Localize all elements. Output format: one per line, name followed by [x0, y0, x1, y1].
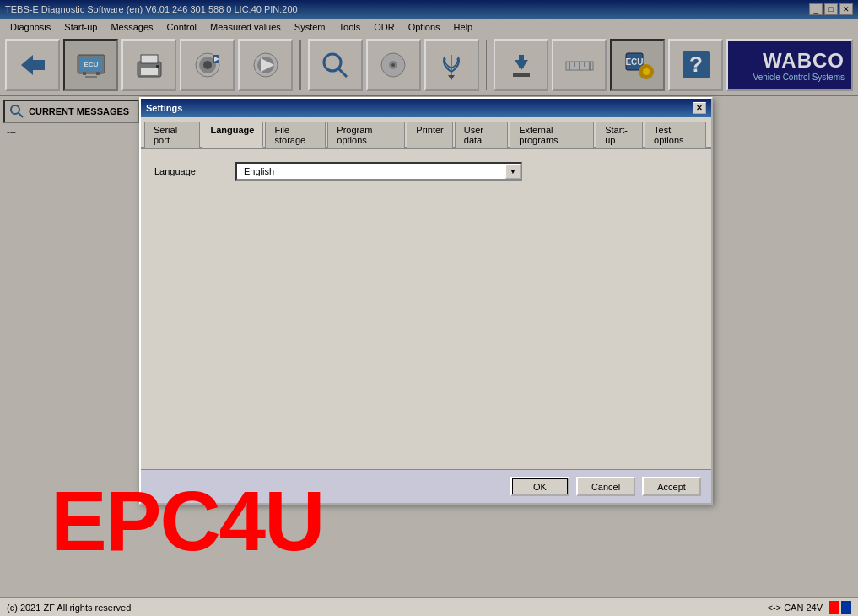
flag-red: [829, 601, 839, 614]
settings-dialog: Settings ✕ Serial port Language File sto…: [139, 97, 713, 505]
tab-printer[interactable]: Printer: [407, 122, 452, 148]
language-field-label: Language: [154, 166, 222, 176]
language-select[interactable]: English German French Spanish Italian Du…: [235, 162, 522, 181]
tab-test-options[interactable]: Test options: [645, 122, 706, 148]
tab-external-programs[interactable]: External programs: [510, 122, 594, 148]
dialog-title: Settings: [146, 103, 182, 113]
language-row: Language English German French Spanish I…: [154, 162, 698, 181]
tab-user-data[interactable]: User data: [455, 122, 508, 148]
status-bar: (c) 2021 ZF All rights reserved <-> CAN …: [0, 597, 858, 616]
dialog-content: Language English German French Spanish I…: [141, 149, 711, 469]
dialog-title-bar: Settings ✕: [141, 99, 711, 117]
language-select-wrapper[interactable]: English German French Spanish Italian Du…: [235, 162, 522, 181]
dialog-close-button[interactable]: ✕: [693, 102, 706, 114]
flag-blue: [841, 601, 851, 614]
tab-program-options[interactable]: Program options: [327, 122, 405, 148]
dialog-footer: OK Cancel Accept: [141, 469, 711, 503]
tabs-container: Serial port Language File storage Progra…: [141, 117, 711, 149]
accept-button[interactable]: Accept: [642, 477, 701, 496]
status-can: <-> CAN 24V: [768, 602, 823, 613]
cancel-button[interactable]: Cancel: [576, 477, 635, 496]
modal-overlay: Settings ✕ Serial port Language File sto…: [0, 0, 858, 616]
ok-button[interactable]: OK: [510, 477, 569, 496]
tab-file-storage[interactable]: File storage: [265, 122, 326, 148]
tab-language[interactable]: Language: [202, 122, 264, 148]
tab-start-up[interactable]: Start-up: [596, 122, 643, 148]
status-flag-icon: [829, 601, 851, 614]
status-copyright: (c) 2021 ZF All rights reserved: [7, 602, 131, 613]
status-right: <-> CAN 24V: [768, 601, 851, 614]
tab-serial-port[interactable]: Serial port: [144, 122, 200, 148]
